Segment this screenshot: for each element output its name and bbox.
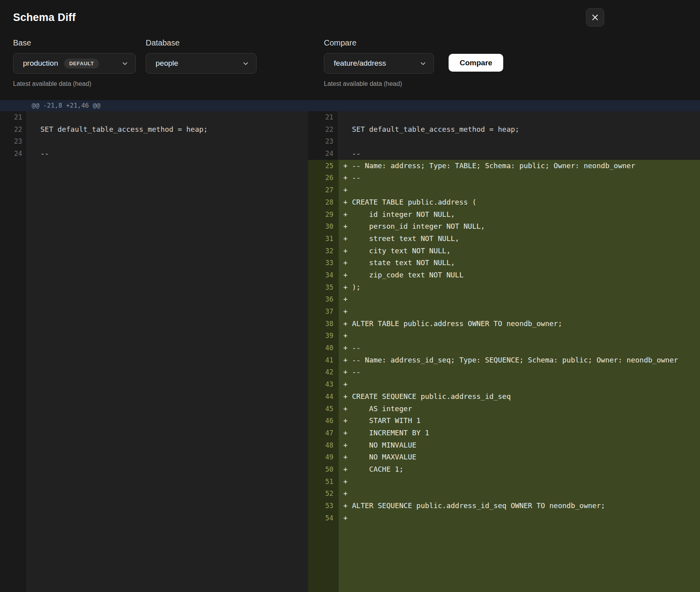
diff-sign: + xyxy=(343,439,352,452)
diff-line-40: 40+-- xyxy=(308,342,700,354)
line-number: 52 xyxy=(308,488,339,500)
compare-branch-select[interactable]: feature/address xyxy=(324,53,434,74)
code-text: zip_code text NOT NULL xyxy=(352,269,464,281)
diff-panes[interactable]: 2122SET default_table_access_method = he… xyxy=(0,111,700,592)
diff-line-52: 52+ xyxy=(308,488,700,500)
code-cell: +-- Name: address; Type: TABLE; Schema: … xyxy=(339,160,700,172)
diff-sign: + xyxy=(343,500,352,512)
base-label: Base xyxy=(13,38,136,47)
diff-line-32: 32+ city text NOT NULL, xyxy=(308,245,700,257)
diff-sign: + xyxy=(343,488,352,500)
base-rows: 2122SET default_table_access_method = he… xyxy=(0,111,308,160)
diff-sign: + xyxy=(343,245,352,257)
diff-sign: + xyxy=(343,342,352,354)
diff-sign: + xyxy=(343,354,352,366)
diff-sign: + xyxy=(343,403,352,415)
diff-line-49: 49+ NO MAXVALUE xyxy=(308,451,700,463)
diff-line-26: 26+-- xyxy=(308,172,700,184)
code-cell: + xyxy=(339,293,700,305)
code-cell: +-- xyxy=(339,342,700,354)
compare-field: Compare feature/address Latest available… xyxy=(324,38,434,88)
hunk-header: @@ -21,8 +21,46 @@ xyxy=(0,100,700,111)
code-cell: + xyxy=(339,488,700,500)
code-cell: + NO MAXVALUE xyxy=(339,451,700,463)
diff-sign: + xyxy=(343,281,352,294)
code-text: SET default_table_access_method = heap; xyxy=(40,123,208,136)
diff-sign xyxy=(32,123,40,136)
code-cell: + xyxy=(339,512,700,524)
diff-pane-compare: 2122SET default_table_access_method = he… xyxy=(308,111,700,592)
line-number: 31 xyxy=(308,233,339,245)
schema-diff-modal: Schema Diff Base production DEFAULT Lat xyxy=(0,0,700,592)
line-number: 32 xyxy=(308,245,339,257)
diff-line-23: 23 xyxy=(0,135,308,148)
chevron-down-icon xyxy=(242,60,249,67)
code-cell: + zip_code text NOT NULL xyxy=(339,269,700,281)
diff-pane-base: 2122SET default_table_access_method = he… xyxy=(0,111,308,592)
line-number: 47 xyxy=(308,427,339,439)
diff-line-50: 50+ CACHE 1; xyxy=(308,463,700,476)
diff-sign: + xyxy=(343,160,352,172)
diff-viewer: @@ -21,8 +21,46 @@ 2122SET default_table… xyxy=(0,100,700,592)
code-cell xyxy=(27,135,308,148)
diff-line-33: 33+ state text NOT NULL, xyxy=(308,257,700,269)
code-text: state text NOT NULL, xyxy=(352,257,455,269)
diff-line-38: 38+ALTER TABLE public.address OWNER TO n… xyxy=(308,318,700,330)
diff-sign: + xyxy=(343,269,352,281)
diff-line-43: 43+ xyxy=(308,378,700,391)
database-field: Database people xyxy=(146,38,257,88)
code-cell xyxy=(27,111,308,123)
line-number: 24 xyxy=(0,148,27,160)
code-text: -- xyxy=(352,148,361,160)
code-text: CREATE TABLE public.address ( xyxy=(352,196,476,209)
diff-line-41: 41+-- Name: address_id_seq; Type: SEQUEN… xyxy=(308,354,700,366)
line-number: 34 xyxy=(308,269,339,281)
line-number: 28 xyxy=(308,196,339,209)
line-number: 53 xyxy=(308,500,339,512)
code-cell: + xyxy=(339,476,700,488)
code-cell: + xyxy=(339,378,700,391)
compare-label: Compare xyxy=(324,38,434,47)
base-branch-select[interactable]: production DEFAULT xyxy=(13,53,136,74)
compare-pane-filler xyxy=(308,524,700,592)
diff-sign: + xyxy=(343,512,352,524)
default-badge: DEFAULT xyxy=(64,59,99,68)
compare-button[interactable]: Compare xyxy=(449,54,503,72)
code-cell: +-- xyxy=(339,366,700,378)
compare-gutter-filler xyxy=(308,524,339,592)
modal-header: Schema Diff xyxy=(0,0,700,35)
line-number: 33 xyxy=(308,257,339,269)
base-field: Base production DEFAULT Latest available… xyxy=(13,38,136,88)
diff-sign: + xyxy=(343,463,352,476)
diff-sign: + xyxy=(343,476,352,488)
diff-sign xyxy=(343,135,352,148)
diff-sign: + xyxy=(343,172,352,184)
diff-sign: + xyxy=(343,233,352,245)
diff-line-37: 37+ xyxy=(308,305,700,318)
code-cell: +-- xyxy=(339,172,700,184)
code-cell: + START WITH 1 xyxy=(339,415,700,427)
line-number: 30 xyxy=(308,220,339,233)
diff-sign: + xyxy=(343,257,352,269)
database-select[interactable]: people xyxy=(146,53,257,74)
code-text: ); xyxy=(352,281,361,294)
code-cell: + xyxy=(339,184,700,196)
chevron-down-icon xyxy=(122,60,128,67)
code-text: ALTER TABLE public.address OWNER TO neon… xyxy=(352,318,562,330)
diff-sign xyxy=(343,148,352,160)
code-cell: +); xyxy=(339,281,700,294)
diff-line-21: 21 xyxy=(308,111,700,123)
base-hint: Latest available data (head) xyxy=(13,80,136,88)
line-number: 45 xyxy=(308,403,339,415)
diff-line-54: 54+ xyxy=(308,512,700,524)
line-number: 21 xyxy=(0,111,27,123)
code-cell: SET default_table_access_method = heap; xyxy=(27,123,308,136)
compare-rows: 2122SET default_table_access_method = he… xyxy=(308,111,700,524)
line-number: 27 xyxy=(308,184,339,196)
code-text: CREATE SEQUENCE public.address_id_seq xyxy=(352,391,511,403)
base-pane-filler xyxy=(0,160,308,592)
diff-sign: + xyxy=(343,378,352,391)
diff-line-44: 44+CREATE SEQUENCE public.address_id_seq xyxy=(308,391,700,403)
close-button[interactable] xyxy=(586,8,604,27)
code-text: START WITH 1 xyxy=(352,415,420,427)
